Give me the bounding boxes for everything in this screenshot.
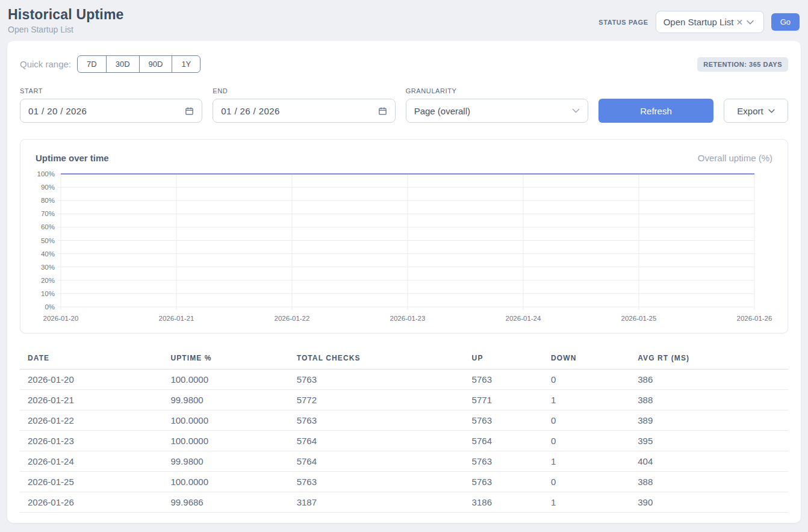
table-cell: 5763 xyxy=(292,370,467,390)
table-cell: 5763 xyxy=(467,370,546,390)
status-page-value: Open Startup List xyxy=(663,17,734,27)
column-header: UP xyxy=(467,348,546,370)
svg-text:10%: 10% xyxy=(41,290,55,297)
quick-range-30d[interactable]: 30D xyxy=(106,55,140,73)
calendar-icon[interactable] xyxy=(378,107,387,116)
table-cell: 386 xyxy=(633,370,788,390)
topbar: Historical Uptime Open Startup List STAT… xyxy=(0,0,808,38)
chevron-down-icon xyxy=(572,108,580,113)
table-row: 2026-01-22100.0000576357630389 xyxy=(20,410,788,431)
svg-text:90%: 90% xyxy=(41,184,55,191)
table-cell: 100.0000 xyxy=(166,472,291,492)
quick-range-1y[interactable]: 1Y xyxy=(172,55,200,73)
table-cell: 2026-01-26 xyxy=(20,492,166,513)
main-panel: Quick range: 7D30D90D1Y RETENTION: 365 D… xyxy=(7,41,801,523)
page-title: Historical Uptime xyxy=(8,7,124,23)
table-cell: 5763 xyxy=(467,451,546,472)
table-cell: 3186 xyxy=(467,492,546,513)
svg-text:50%: 50% xyxy=(41,237,55,244)
chevron-down-icon xyxy=(768,109,775,113)
granularity-value: Page (overall) xyxy=(414,106,470,116)
table-cell: 0 xyxy=(546,431,633,451)
svg-text:80%: 80% xyxy=(41,197,55,204)
chart-header: Uptime over time Overall uptime (%) xyxy=(36,153,772,163)
calendar-icon[interactable] xyxy=(185,107,194,116)
refresh-button[interactable]: Refresh xyxy=(598,99,713,123)
svg-text:2026-01-24: 2026-01-24 xyxy=(506,315,541,322)
topbar-controls: STATUS PAGE Open Startup List ✕ Go xyxy=(598,11,800,33)
table-cell: 389 xyxy=(633,410,788,431)
end-date-input[interactable]: 01 / 26 / 2026 xyxy=(213,99,395,123)
table-cell: 3187 xyxy=(292,492,467,513)
table-cell: 395 xyxy=(633,431,788,451)
quick-range-7d[interactable]: 7D xyxy=(77,55,107,73)
title-block: Historical Uptime Open Startup List xyxy=(8,7,124,34)
table-cell: 404 xyxy=(633,451,788,472)
table-cell: 5764 xyxy=(292,431,467,451)
clear-icon[interactable]: ✕ xyxy=(736,17,743,27)
chart-title: Uptime over time xyxy=(36,153,109,163)
table-row: 2026-01-20100.0000576357630386 xyxy=(20,370,788,390)
end-date-field: END 01 / 26 / 2026 xyxy=(213,87,395,123)
chevron-down-icon xyxy=(747,20,754,25)
svg-text:30%: 30% xyxy=(41,264,55,271)
svg-text:2026-01-26: 2026-01-26 xyxy=(737,315,772,322)
table-row: 2026-01-23100.0000576457640395 xyxy=(20,431,788,451)
status-page-select[interactable]: Open Startup List ✕ xyxy=(656,11,764,33)
export-button[interactable]: Export xyxy=(724,99,788,123)
svg-text:40%: 40% xyxy=(41,250,55,258)
table-cell: 390 xyxy=(633,492,788,513)
table-cell: 99.9800 xyxy=(166,390,291,410)
table-cell: 5763 xyxy=(467,410,546,431)
table-cell: 100.0000 xyxy=(166,431,291,451)
svg-text:2026-01-23: 2026-01-23 xyxy=(390,315,426,322)
table-cell: 388 xyxy=(633,472,788,492)
uptime-table-body: 2026-01-20100.00005763576303862026-01-21… xyxy=(20,370,788,513)
granularity-field: GRANULARITY Page (overall) xyxy=(406,87,588,123)
column-header: UPTIME % xyxy=(166,348,291,370)
table-cell: 2026-01-21 xyxy=(20,390,166,410)
column-header: AVG RT (MS) xyxy=(633,348,788,370)
svg-text:100%: 100% xyxy=(37,170,55,178)
table-cell: 1 xyxy=(546,390,633,410)
table-cell: 2026-01-25 xyxy=(20,472,166,492)
go-button[interactable]: Go xyxy=(771,13,800,31)
uptime-chart-svg: 0%10%20%30%40%50%60%70%80%90%100%2026-01… xyxy=(36,169,774,324)
uptime-table: DATEUPTIME %TOTAL CHECKSUPDOWNAVG RT (MS… xyxy=(20,348,788,513)
retention-badge: RETENTION: 365 DAYS xyxy=(697,57,788,72)
table-cell: 0 xyxy=(546,472,633,492)
svg-text:20%: 20% xyxy=(41,277,55,284)
uptime-chart-card: Uptime over time Overall uptime (%) 0%10… xyxy=(20,139,788,333)
table-cell: 5771 xyxy=(467,390,546,410)
table-cell: 2026-01-20 xyxy=(20,370,166,390)
table-cell: 5772 xyxy=(292,390,467,410)
chart-area: 0%10%20%30%40%50%60%70%80%90%100%2026-01… xyxy=(36,169,772,324)
svg-text:60%: 60% xyxy=(41,223,55,230)
start-date-input[interactable]: 01 / 20 / 2026 xyxy=(20,99,202,123)
table-cell: 99.9686 xyxy=(166,492,291,513)
table-row: 2026-01-25100.0000576357630388 xyxy=(20,472,788,492)
table-cell: 5763 xyxy=(292,472,467,492)
svg-text:0%: 0% xyxy=(45,303,55,311)
table-cell: 0 xyxy=(546,410,633,431)
svg-text:2026-01-25: 2026-01-25 xyxy=(621,315,657,322)
table-row: 2026-01-2199.9800577257711388 xyxy=(20,390,788,410)
column-header: DATE xyxy=(20,348,166,370)
quick-range-90d[interactable]: 90D xyxy=(139,55,173,73)
status-page-label: STATUS PAGE xyxy=(598,19,648,26)
quick-range-group: 7D30D90D1Y xyxy=(77,55,200,73)
column-header: TOTAL CHECKS xyxy=(292,348,467,370)
quick-range-row: Quick range: 7D30D90D1Y RETENTION: 365 D… xyxy=(20,55,788,73)
table-cell: 99.9800 xyxy=(166,451,291,472)
table-cell: 1 xyxy=(546,451,633,472)
uptime-table-head-row: DATEUPTIME %TOTAL CHECKSUPDOWNAVG RT (MS… xyxy=(20,348,788,370)
table-cell: 100.0000 xyxy=(166,370,291,390)
granularity-select[interactable]: Page (overall) xyxy=(406,99,588,123)
export-label: Export xyxy=(737,106,763,116)
svg-text:2026-01-21: 2026-01-21 xyxy=(159,315,194,322)
table-cell: 1 xyxy=(546,492,633,513)
table-cell: 5763 xyxy=(292,410,467,431)
table-cell: 100.0000 xyxy=(166,410,291,431)
granularity-label: GRANULARITY xyxy=(406,87,588,94)
quick-range-label: Quick range: xyxy=(20,59,71,69)
